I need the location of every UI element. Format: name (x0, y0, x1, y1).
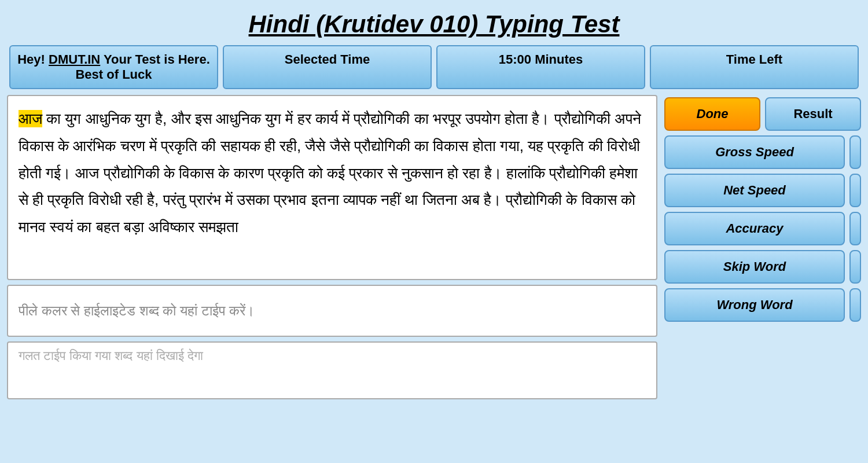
gross-speed-row: Gross Speed (664, 135, 861, 169)
highlighted-word: आज (19, 110, 42, 127)
typing-input-area[interactable]: पीले कलर से हाईलाइटेड शब्द को यहां टाईप … (7, 285, 657, 337)
typing-placeholder-text: पीले कलर से हाईलाइटेड शब्द को यहां टाईप … (19, 303, 255, 319)
accuracy-label[interactable]: Accuracy (664, 212, 845, 245)
time-value: 15:00 Minutes (436, 45, 645, 89)
wrong-word-display: गलत टाईप किया गया शब्द यहां दिखाई देगा (7, 341, 657, 399)
top-bar: Hey! DMUT.IN Your Test is Here. Best of … (0, 45, 868, 89)
site-link[interactable]: DMUT.IN (49, 52, 100, 67)
right-panel: Done Result Gross Speed Net Speed Accura… (664, 95, 861, 399)
result-button[interactable]: Result (765, 97, 861, 131)
wrong-word-row: Wrong Word (664, 288, 861, 322)
selected-time-label: Selected Time (223, 45, 432, 89)
welcome-message: Hey! DMUT.IN Your Test is Here. Best of … (9, 45, 218, 89)
wrong-word-label[interactable]: Wrong Word (664, 288, 845, 322)
net-speed-row: Net Speed (664, 174, 861, 207)
skip-word-value (849, 250, 861, 284)
net-speed-label[interactable]: Net Speed (664, 174, 845, 207)
skip-word-row: Skip Word (664, 250, 861, 284)
page-title: Hindi (Krutidev 010) Typing Test (0, 0, 868, 45)
done-result-row: Done Result (664, 97, 861, 131)
net-speed-value (849, 174, 861, 207)
accuracy-value (849, 212, 861, 245)
wrong-word-placeholder: गलत टाईप किया गया शब्द यहां दिखाई देगा (19, 348, 203, 363)
main-layout: आज का युग आधुनिक युग है, और इस आधुनिक यु… (0, 95, 868, 399)
passage-display: आज का युग आधुनिक युग है, और इस आधुनिक यु… (7, 95, 657, 280)
left-panel: आज का युग आधुनिक युग है, और इस आधुनिक यु… (7, 95, 657, 399)
time-left-label: Time Left (650, 45, 859, 89)
wrong-word-value (849, 288, 861, 322)
gross-speed-value (849, 135, 861, 169)
gross-speed-label[interactable]: Gross Speed (664, 135, 845, 169)
accuracy-row: Accuracy (664, 212, 861, 245)
done-button[interactable]: Done (664, 97, 760, 131)
skip-word-button[interactable]: Skip Word (664, 250, 845, 284)
welcome-text: Hey! (17, 52, 49, 67)
passage-text: का युग आधुनिक युग है, और इस आधुनिक युग म… (19, 110, 641, 236)
